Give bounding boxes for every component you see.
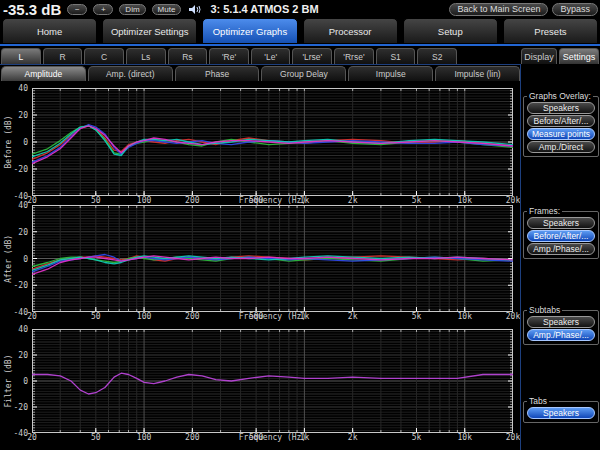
tab-presets[interactable]: Presets bbox=[503, 18, 598, 44]
x-tick-label: 20 bbox=[27, 312, 37, 321]
overlay-measure-points-button[interactable]: Measure points bbox=[527, 128, 595, 140]
tab-display[interactable]: Display bbox=[521, 48, 557, 64]
tabs-label: Tabs bbox=[527, 396, 549, 406]
tab-impulse-lin[interactable]: Impulse (lin) bbox=[435, 66, 520, 81]
before-x-ticks: 20501002005001k2k5k10k20kFrequency (Hz) bbox=[32, 196, 513, 205]
main-nav-tabs: Home Optimizer Settings Optimizer Graphs… bbox=[0, 18, 600, 44]
overlay-speakers-button[interactable]: Speakers bbox=[527, 102, 595, 114]
y-tick-label: 0 bbox=[23, 138, 28, 147]
tab-settings[interactable]: Settings bbox=[559, 48, 599, 64]
tab-channel-le[interactable]: 'Le' bbox=[251, 48, 291, 64]
channel-tabs: L R C Ls Rs 'Re' 'Le' 'Lrse' 'Rrse' S1 S… bbox=[1, 48, 457, 64]
tab-amp-direct[interactable]: Amp. (direct) bbox=[88, 66, 173, 81]
overlay-before-after-button[interactable]: Before/After/... bbox=[527, 115, 595, 127]
x-tick-label: 2k bbox=[348, 196, 358, 205]
filter-x-ticks: 20501002005001k2k5k10k20kFrequency (Hz) bbox=[32, 433, 513, 442]
y-tick-label: -40 bbox=[14, 429, 28, 438]
mute-button[interactable]: Mute bbox=[152, 4, 182, 15]
before-plot bbox=[32, 88, 513, 196]
y-tick-label: 40 bbox=[18, 201, 28, 210]
filter-y-ticks: 40200-20-40 bbox=[0, 329, 29, 433]
master-volume-display: -35.3 dB bbox=[3, 1, 61, 18]
graphs-overlay-label: Graphs Overlay: bbox=[527, 91, 593, 101]
x-tick-label: 5k bbox=[412, 312, 422, 321]
tab-optimizer-settings[interactable]: Optimizer Settings bbox=[102, 18, 197, 44]
volume-down-button[interactable]: − bbox=[67, 4, 87, 15]
tab-processor[interactable]: Processor bbox=[303, 18, 398, 44]
x-tick-label: 20 bbox=[27, 433, 37, 442]
tab-home[interactable]: Home bbox=[2, 18, 97, 44]
tab-channel-r[interactable]: R bbox=[43, 48, 83, 64]
frames-speakers-button[interactable]: Speakers bbox=[527, 217, 595, 229]
filter-graph: Filter (dB) 40200-20-40 20501002005001k2… bbox=[0, 329, 520, 433]
tab-setup[interactable]: Setup bbox=[403, 18, 498, 44]
tabs-group: Tabs Speakers bbox=[523, 401, 599, 423]
x-tick-label: 100 bbox=[137, 312, 151, 321]
after-y-ticks: 40200-20-40 bbox=[0, 205, 29, 312]
y-tick-label: 40 bbox=[18, 325, 28, 334]
channel-accent-line bbox=[0, 64, 520, 65]
x-axis-title: Frequency (Hz) bbox=[239, 433, 306, 442]
x-tick-label: 5k bbox=[412, 433, 422, 442]
volume-up-button[interactable]: + bbox=[93, 4, 113, 15]
tab-channel-rs[interactable]: Rs bbox=[168, 48, 208, 64]
tabs-speakers-button[interactable]: Speakers bbox=[527, 407, 595, 419]
speaker-icon bbox=[188, 4, 202, 15]
frames-amp-phase-button[interactable]: Amp./Phase/... bbox=[527, 243, 595, 255]
x-tick-label: 100 bbox=[137, 433, 151, 442]
tab-amplitude[interactable]: Amplitude bbox=[1, 66, 86, 81]
tab-channel-l[interactable]: L bbox=[1, 48, 41, 64]
frames-group: Frames: Speakers Before/After/... Amp./P… bbox=[523, 211, 599, 259]
settings-sidebar: Graphs Overlay: Speakers Before/After/..… bbox=[520, 64, 600, 450]
x-tick-label: 20k bbox=[506, 433, 520, 442]
y-tick-label: 0 bbox=[23, 254, 28, 263]
tab-group-delay[interactable]: Group Delay bbox=[261, 66, 346, 81]
tab-channel-re[interactable]: 'Re' bbox=[209, 48, 249, 64]
dim-button[interactable]: Dim bbox=[119, 4, 145, 15]
after-x-ticks: 20501002005001k2k5k10k20kFrequency (Hz) bbox=[32, 312, 513, 321]
x-tick-label: 20k bbox=[506, 196, 520, 205]
y-tick-label: -20 bbox=[14, 403, 28, 412]
x-axis-title: Frequency (Hz) bbox=[239, 196, 306, 205]
y-tick-label: -20 bbox=[14, 281, 28, 290]
x-tick-label: 50 bbox=[91, 433, 101, 442]
tab-channel-rrse[interactable]: 'Rrse' bbox=[334, 48, 374, 64]
overlay-amp-direct-button[interactable]: Amp./Direct bbox=[527, 141, 595, 153]
tab-channel-s2[interactable]: S2 bbox=[417, 48, 457, 64]
top-bar: -35.3 dB − + Dim Mute 3: 5.1.4 ATMOS 2 B… bbox=[0, 0, 600, 18]
tab-optimizer-graphs[interactable]: Optimizer Graphs bbox=[202, 18, 297, 44]
subtabs-speakers-button[interactable]: Speakers bbox=[527, 316, 595, 328]
tab-channel-c[interactable]: C bbox=[84, 48, 124, 64]
nav-accent-line bbox=[0, 44, 600, 46]
x-tick-label: 200 bbox=[185, 312, 199, 321]
y-tick-label: 20 bbox=[18, 351, 28, 360]
frames-before-after-button[interactable]: Before/After/... bbox=[527, 230, 595, 242]
x-tick-label: 20 bbox=[27, 196, 37, 205]
graphs-overlay-group: Graphs Overlay: Speakers Before/After/..… bbox=[523, 96, 599, 157]
preset-title: 3: 5.1.4 ATMOS 2 BM bbox=[210, 3, 318, 15]
frames-label: Frames: bbox=[527, 206, 562, 216]
tab-channel-s1[interactable]: S1 bbox=[376, 48, 416, 64]
graph-type-tabs: Amplitude Amp. (direct) Phase Group Dela… bbox=[1, 66, 520, 81]
tab-impulse[interactable]: Impulse bbox=[348, 66, 433, 81]
subtabs-label: Subtabs bbox=[527, 305, 562, 315]
tab-channel-lrse[interactable]: 'Lrse' bbox=[292, 48, 332, 64]
y-tick-label: 40 bbox=[18, 84, 28, 93]
y-tick-label: 20 bbox=[18, 227, 28, 236]
x-tick-label: 10k bbox=[458, 433, 472, 442]
x-tick-label: 100 bbox=[137, 196, 151, 205]
x-tick-label: 20k bbox=[506, 312, 520, 321]
x-tick-label: 2k bbox=[348, 312, 358, 321]
tab-channel-ls[interactable]: Ls bbox=[126, 48, 166, 64]
bypass-button[interactable]: Bypass bbox=[552, 3, 598, 16]
x-tick-label: 2k bbox=[348, 433, 358, 442]
filter-plot bbox=[32, 329, 513, 433]
y-tick-label: -40 bbox=[14, 308, 28, 317]
optimizer-graphs-screen: -35.3 dB − + Dim Mute 3: 5.1.4 ATMOS 2 B… bbox=[0, 0, 600, 450]
x-tick-label: 50 bbox=[91, 312, 101, 321]
subtabs-amp-phase-button[interactable]: Amp./Phase/... bbox=[527, 329, 595, 341]
back-to-main-screen-button[interactable]: Back to Main Screen bbox=[449, 3, 548, 16]
after-graph: After (dB) 40200-20-40 20501002005001k2k… bbox=[0, 205, 520, 312]
tab-phase[interactable]: Phase bbox=[175, 66, 260, 81]
before-y-ticks: 40200-20-40 bbox=[0, 88, 29, 196]
